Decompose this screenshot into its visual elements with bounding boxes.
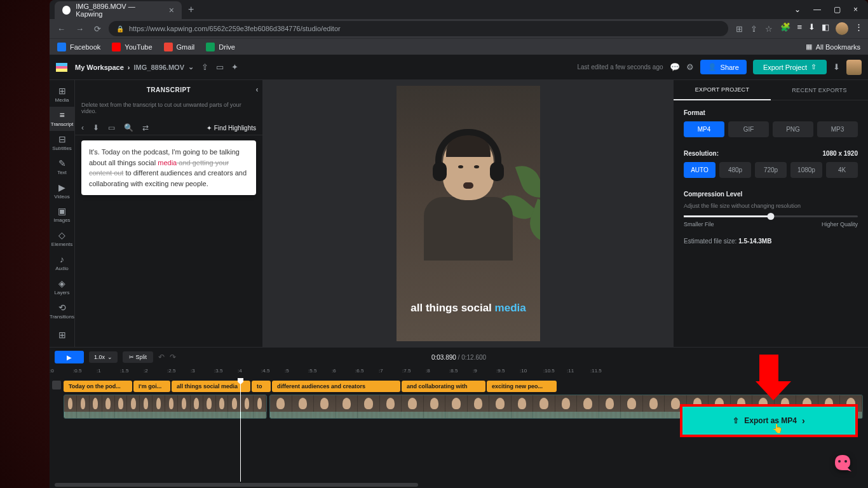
res-480p[interactable]: 480p [719,162,751,178]
undo-icon[interactable]: ‹ [81,123,84,132]
sparkle-icon[interactable]: ✦ [231,62,238,72]
playhead[interactable] [240,378,241,482]
back-button[interactable]: ← [55,22,68,36]
tool-text[interactable]: ✎Text [50,154,74,179]
speed-selector[interactable]: 1.0x⌄ [89,351,118,363]
res-1080p[interactable]: 1080p [790,162,822,178]
replace-icon[interactable]: ⇄ [142,123,149,132]
subtitle-clip[interactable]: to [252,381,271,392]
tab-export-project[interactable]: EXPORT PROJECT [674,80,771,100]
resolution-value: 1080 x 1920 [822,150,858,157]
video-caption: all things social media [397,302,540,315]
tool-rail: ⊞Media ≡Transcript ⊟Subtitles ✎Text ▶Vid… [50,80,75,347]
settings-icon[interactable]: ⚙ [686,62,694,72]
search-icon[interactable]: 🔍 [124,123,133,132]
reload-button[interactable]: ⟳ [92,22,104,36]
download-icon[interactable]: ⬇ [833,62,840,72]
profile-avatar[interactable] [836,22,848,35]
share-url-icon[interactable]: ⇪ [750,24,757,34]
tool-audio[interactable]: ♪Audio [50,251,74,275]
bookmark-youtube[interactable]: YouTube [112,43,152,51]
subtitle-clip[interactable]: exciting new peo... [487,381,557,392]
video-preview[interactable]: all things social media [397,86,540,341]
tool-more[interactable]: ⊞ [50,323,74,347]
kebab-menu-icon[interactable]: ⋮ [855,22,863,35]
minimize-icon[interactable]: — [813,5,821,14]
upload-icon[interactable]: ⇧ [201,62,208,72]
download-transcript-icon[interactable]: ⬇ [93,123,99,132]
bookmark-gmail[interactable]: Gmail [164,43,195,51]
bookmark-drive[interactable]: Drive [206,43,235,51]
tab-close-icon[interactable]: × [169,5,174,15]
tab-recent-exports[interactable]: RECENT EXPORTS [771,80,868,100]
new-tab-button[interactable]: + [182,4,200,15]
reading-list-icon[interactable]: ≡ [797,22,802,35]
tool-layers[interactable]: ◈Layers [50,275,74,299]
export-icon: ⇧ [733,416,739,425]
layout-icon[interactable]: ▭ [108,123,115,132]
redo-timeline-icon[interactable]: ↷ [170,353,176,362]
share-button[interactable]: 👤Share [700,60,747,74]
tool-subtitles[interactable]: ⊟Subtitles [50,131,74,155]
export-as-mp4-button[interactable]: ⇧ Export as MP4 👆 [680,404,858,437]
comment-icon[interactable]: 💬 [670,62,680,72]
track-toggle-icon[interactable] [52,381,61,390]
kapwing-logo[interactable] [56,63,67,72]
browser-tab[interactable]: IMG_8896.MOV — Kapwing × [55,1,182,19]
tool-transitions[interactable]: ⟲Transitions [50,299,74,323]
undo-timeline-icon[interactable]: ↶ [158,353,165,362]
tool-videos[interactable]: ▶Videos [50,179,74,203]
transcript-panel: TRANSCRIPT ‹ Delete text from the transc… [75,80,263,347]
split-button[interactable]: ✂ Split [123,351,153,363]
downloads-icon[interactable]: ⬇ [808,22,815,35]
transcript-text[interactable]: It's. Today on the podcast, I'm going to… [81,140,256,195]
forward-button[interactable]: → [73,22,86,36]
install-app-icon[interactable]: ⊞ [736,24,743,34]
maximize-icon[interactable]: ▢ [834,5,841,14]
last-edited-label: Last edited a few seconds ago [577,64,663,71]
format-png[interactable]: PNG [773,121,813,137]
res-720p[interactable]: 720p [755,162,787,178]
format-mp4[interactable]: MP4 [684,121,724,137]
res-4k[interactable]: 4K [826,162,858,178]
tool-elements[interactable]: ◇Elements [50,227,74,251]
subtitle-clip[interactable]: I'm goi... [133,381,170,392]
bookmarks-bar: Facebook YouTube Gmail Drive ▦All Bookma… [50,38,868,55]
tool-images[interactable]: ▣Images [50,203,74,227]
export-project-button[interactable]: Export Project⇧ [753,60,827,74]
user-avatar[interactable] [846,60,862,75]
present-icon[interactable]: ▭ [216,62,224,72]
video-clip[interactable] [64,395,267,419]
format-mp3[interactable]: MP3 [817,121,858,137]
play-button[interactable]: ▶ [55,351,84,363]
tool-transcript[interactable]: ≡Transcript [50,107,74,131]
breadcrumb[interactable]: My Workspace› IMG_8896.MOV ⌄ [75,63,194,71]
url-bar[interactable]: 🔒 https://www.kapwing.com/6562c259e3feb6… [109,21,728,36]
all-bookmarks-button[interactable]: ▦All Bookmarks [806,43,860,51]
url-text: https://www.kapwing.com/6562c259e3feb608… [129,25,341,32]
watermark-logo [830,450,855,475]
compression-desc: Adjust the file size without changing re… [684,203,858,209]
annotation-arrow [756,355,782,399]
app-icon[interactable]: ◧ [822,22,829,35]
format-label: Format [684,109,858,116]
subtitle-clip[interactable]: Today on the pod... [64,381,132,392]
panel-title: TRANSCRIPT [147,86,191,93]
res-auto[interactable]: AUTO [684,162,715,178]
find-highlights-button[interactable]: ✦Find Highlights [207,125,256,132]
slider-min-label: Smaller File [684,221,714,227]
chevron-down-icon[interactable]: ⌄ [794,5,801,14]
close-window-icon[interactable]: × [853,5,858,14]
compression-slider[interactable] [684,215,858,217]
timeline-scrollbar[interactable] [50,482,868,488]
lock-icon: 🔒 [116,25,124,32]
tool-media[interactable]: ⊞Media [50,83,74,107]
bookmark-star-icon[interactable]: ☆ [765,24,773,34]
collapse-panel-icon[interactable]: ‹ [256,85,259,94]
subtitle-clip[interactable]: and collaborating with [402,381,485,392]
format-gif[interactable]: GIF [728,121,769,137]
browser-titlebar: IMG_8896.MOV — Kapwing × + ⌄ — ▢ × [50,0,868,19]
subtitle-clip[interactable]: different audiences and creators [272,381,400,392]
extensions-icon[interactable]: 🧩 [780,22,790,35]
bookmark-facebook[interactable]: Facebook [57,43,100,51]
